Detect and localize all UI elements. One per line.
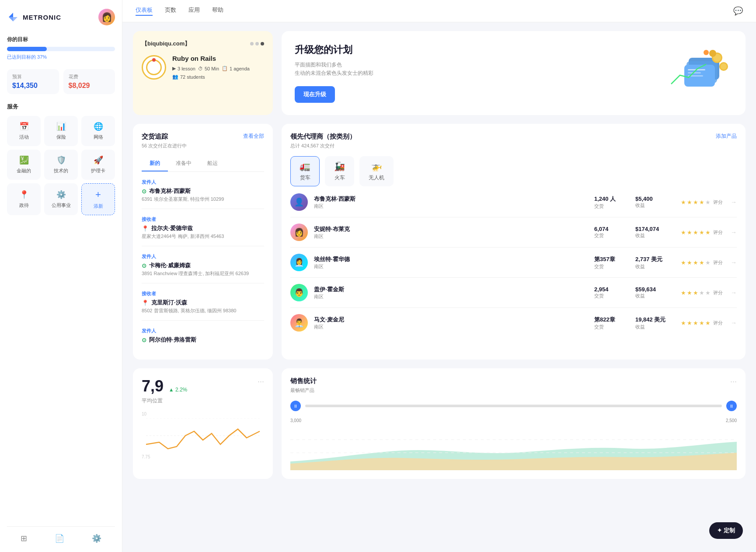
document-icon[interactable]: 📄 [55, 534, 64, 543]
agent-stat-val-1: 6,074 [594, 226, 629, 232]
slider-thumb-left[interactable]: ⏸ [290, 401, 301, 411]
agent-avatar-4: 👨‍💼 [290, 314, 308, 332]
sales-area-chart [290, 426, 737, 470]
service-label-tech: 技术的 [54, 168, 68, 174]
cat-tab-train[interactable]: 🚂 火车 [325, 156, 354, 186]
upgrade-button[interactable]: 现在升级 [295, 86, 335, 103]
service-item-reception[interactable]: 📍 政待 [7, 183, 41, 215]
agent-arrow-1[interactable]: → [731, 229, 737, 236]
bottom-row: 7,9 ▲ 2.2% 平均位置 ··· 10 7.75 [133, 368, 746, 479]
sales-sub: 最畅销产品 [290, 387, 317, 394]
sidebar-header: METRONIC 👩 [7, 9, 115, 25]
duration-value: 50 Min [205, 66, 219, 71]
nav-dashboard[interactable]: 仪表板 [136, 6, 153, 16]
course-thumb-inner [146, 59, 162, 75]
avg-more-icon[interactable]: ··· [258, 377, 264, 386]
delivery-name-1: 📍 拉尔夫·爱德华兹 [142, 224, 264, 232]
course-info: Ruby on Rails ▶ 3 lesson ⏱ 50 Min [142, 55, 264, 80]
logo-icon [7, 11, 19, 23]
dot1 [250, 42, 254, 45]
cat-tab-truck[interactable]: 🚛 货车 [290, 156, 320, 186]
slider-track[interactable] [305, 405, 722, 407]
agent-money-label-1: 收益 [635, 232, 675, 239]
delivery-item-1: 接收者 📍 拉尔夫·爱德华兹 星家大道2464号 梅萨, 新泽西州 45463 [142, 216, 264, 246]
agent-money-0: $5,400 收益 [635, 196, 675, 209]
meta-agenda: 📋 1 agenda [222, 66, 250, 71]
truck-icon: 🚛 [300, 161, 310, 171]
avg-card: 7,9 ▲ 2.2% 平均位置 ··· 10 7.75 [133, 368, 273, 479]
course-thumb-dot [152, 58, 156, 62]
agent-arrow-4[interactable]: → [731, 319, 737, 326]
service-label-network: 网络 [94, 134, 103, 140]
agent-arrow-0[interactable]: → [731, 199, 737, 206]
svg-marker-0 [9, 13, 13, 17]
sales-more-icon[interactable]: ··· [730, 377, 737, 386]
carecard-icon: 🚀 [94, 155, 103, 165]
layers-icon[interactable]: ⊞ [21, 534, 27, 543]
agent-stat-3: 2,954 交货 [594, 286, 629, 299]
slider-thumb-right[interactable]: ⏸ [726, 401, 737, 411]
logo-text: METRONIC [23, 14, 61, 21]
agent-money-4: 19,842 美元 收益 [635, 316, 675, 330]
tab-new[interactable]: 新的 [142, 156, 168, 171]
service-item-activity[interactable]: 📅 活动 [7, 116, 41, 146]
topnav-icon[interactable]: 💬 [733, 6, 743, 16]
nav-apps[interactable]: 应用 [188, 6, 200, 16]
service-item-add[interactable]: + 添新 [81, 183, 115, 215]
add-icon: + [95, 189, 101, 200]
tab-preparing[interactable]: 准备中 [168, 156, 199, 171]
cat-tab-drone[interactable]: 🚁 无人机 [359, 156, 394, 186]
agent-arrow-3[interactable]: → [731, 289, 737, 296]
star3-0: ★ [693, 199, 698, 206]
course-card-header: 【biqubiqu.com】 [142, 40, 264, 48]
agent-money-val-3: $59,634 [635, 286, 675, 293]
svg-marker-1 [13, 17, 17, 21]
agent-location-2: 南区 [314, 263, 588, 270]
add-product-button[interactable]: 添加产品 [716, 133, 737, 140]
service-item-insurance[interactable]: 📊 保险 [44, 116, 78, 146]
service-item-utility[interactable]: ⚙️ 公用事业 [44, 183, 78, 215]
agent-stat-val-3: 2,954 [594, 286, 629, 293]
tab-shipping[interactable]: 船运 [199, 156, 226, 171]
nav-pages[interactable]: 页数 [165, 6, 176, 16]
star3-1: ★ [693, 229, 698, 236]
agent-rating-label-4: 评分 [713, 320, 723, 326]
nav-help[interactable]: 帮助 [212, 6, 223, 16]
delivery-role-2: 发件人 [142, 253, 264, 260]
star3-2: ★ [693, 259, 698, 266]
agents-title: 领先代理商（按类别） [290, 133, 356, 141]
upgrade-svg [662, 45, 732, 101]
customize-button[interactable]: ✦ 定制 [709, 522, 743, 539]
service-item-finance[interactable]: 💹 金融的 [7, 150, 41, 180]
delivery-view-all[interactable]: 查看全部 [243, 133, 264, 140]
star2-3: ★ [687, 290, 692, 296]
cat-label-drone: 无人机 [369, 174, 384, 182]
agent-row-4: 👨‍💼 马文·麦金尼 南区 第822章 交货 19,842 美元 收益 [290, 314, 737, 332]
agent-location-4: 南区 [314, 324, 588, 330]
avatar[interactable]: 👩 [98, 9, 115, 25]
delivery-item-2: 发件人 ⊙ 卡梅伦·威廉姆森 3891 Ranchview 理查森博士, 加利福… [142, 253, 264, 283]
agent-arrow-2[interactable]: → [731, 259, 737, 266]
star2-1: ★ [687, 229, 692, 236]
services-title: 服务 [7, 103, 115, 111]
settings-icon[interactable]: ⚙️ [92, 534, 101, 543]
receiver-icon-3: 📍 [142, 300, 149, 306]
sales-title: 销售统计 [290, 377, 317, 385]
agent-money-2: 2,737 美元 收益 [635, 255, 675, 270]
meta-students: 👥 72 students [172, 74, 205, 80]
category-tabs: 🚛 货车 🚂 火车 🚁 无人机 [290, 156, 737, 186]
agent-location-0: 南区 [314, 203, 588, 210]
star4-0: ★ [699, 199, 704, 206]
agent-stat-label-2: 交货 [594, 263, 629, 270]
agent-row-3: 👨 盖伊·霍金斯 南区 2,954 交货 $59,634 收益 [290, 284, 737, 308]
students-value: 72 students [180, 74, 205, 80]
agents-subtitle: 总计 424,567 次交付 [290, 143, 737, 149]
avg-header: 7,9 ▲ 2.2% 平均位置 ··· [142, 377, 264, 412]
insurance-icon: 📊 [56, 122, 66, 131]
service-item-network[interactable]: 🌐 网络 [81, 116, 115, 146]
stat-card-spend: 花费 $8,029 [63, 69, 115, 94]
service-item-carecard[interactable]: 🚀 护理卡 [81, 150, 115, 180]
agent-rating-0: ★ ★ ★ ★ ★ 评分 [681, 199, 725, 206]
service-item-tech[interactable]: 🛡️ 技术的 [44, 150, 78, 180]
agents-card: 领先代理商（按类别） 添加产品 总计 424,567 次交付 🚛 货车 🚂 火车… [282, 124, 746, 360]
